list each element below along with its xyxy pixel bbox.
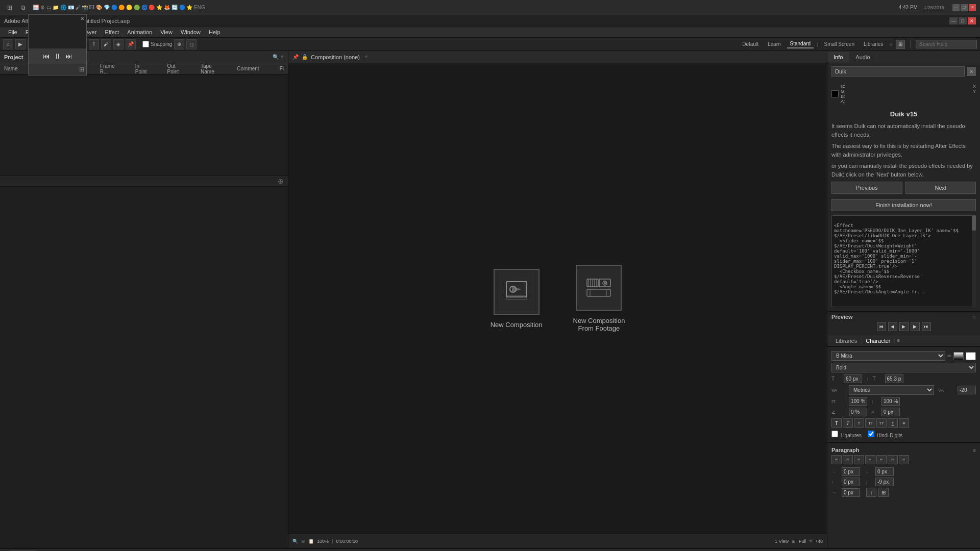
player-close-btn[interactable]: ✕ (80, 16, 84, 21)
windows-start[interactable]: ⊞ (4, 2, 15, 13)
kerning-value-field[interactable] (958, 386, 976, 394)
player-pause-btn[interactable]: ⏸ (54, 52, 61, 60)
comp-lock-icon[interactable]: 🔒 (302, 54, 308, 60)
tab-audio[interactable]: Audio (849, 52, 876, 62)
project-expand-icon[interactable]: ⊕ (278, 177, 284, 185)
tt-italic-btn[interactable]: T (843, 418, 853, 428)
rotation-field[interactable] (849, 408, 867, 416)
preview-first-btn[interactable]: ⏮ (877, 322, 886, 331)
pin-tool[interactable]: 📌 (126, 39, 136, 49)
align-left-btn[interactable]: ≡ (831, 455, 842, 464)
duik-code-area[interactable]: <Effect matchname='PSEUDO/DUIK_One_Layer… (831, 215, 976, 307)
space-before-field[interactable] (842, 478, 860, 486)
workspace-standard[interactable]: Standard (787, 40, 814, 48)
preview-play-btn[interactable]: ▶ (899, 322, 909, 331)
close-btn[interactable]: ✕ (969, 4, 976, 11)
baseline-field[interactable] (881, 408, 900, 416)
scale-v-field[interactable] (881, 397, 900, 406)
home-btn[interactable]: ⌂ (3, 39, 13, 49)
workspace-more-btn[interactable]: » (889, 41, 893, 48)
project-search-icon[interactable]: 🔍 (273, 54, 279, 60)
tab-character[interactable]: Character (862, 337, 895, 345)
lib-char-settings-icon[interactable]: ≡ (897, 338, 900, 343)
duik-search-input[interactable] (831, 66, 965, 77)
workspace-libraries[interactable]: Libraries (861, 40, 886, 48)
snap-icon[interactable]: ⊕ (174, 39, 184, 49)
first-indent-field[interactable] (842, 488, 860, 497)
comp-menu-icon[interactable]: ≡ (365, 54, 368, 60)
font-edit-icon[interactable]: ✏ (947, 353, 951, 359)
tab-info[interactable]: Info (827, 52, 849, 62)
comp-pin-icon[interactable]: 📌 (292, 54, 299, 60)
comp-extra1[interactable]: +48 (815, 539, 823, 544)
menu-effect[interactable]: Effect (101, 28, 123, 36)
text-tool[interactable]: T (89, 39, 99, 49)
app-minimize[interactable]: — (949, 17, 958, 24)
indent-right-field[interactable] (875, 467, 894, 476)
font-color-swatch[interactable] (953, 352, 964, 360)
app-maximize[interactable]: □ (959, 17, 967, 24)
new-comp-from-footage-option[interactable]: New Composition From Footage (573, 265, 625, 332)
leading-field[interactable] (885, 374, 903, 383)
menu-file[interactable]: File (4, 28, 21, 36)
code-scrollbar[interactable] (972, 215, 976, 307)
tt-super-btn[interactable]: TT (876, 418, 887, 428)
preview-settings-icon[interactable]: ≡ (973, 314, 976, 320)
minimize-btn[interactable]: — (952, 4, 960, 11)
workspace-default[interactable]: Default (739, 40, 762, 48)
para-composer-btn[interactable]: ↕ (866, 488, 876, 497)
new-composition-option[interactable]: New Composition (491, 269, 543, 329)
player-next-btn[interactable]: ⏭ (65, 52, 72, 60)
font-family-select[interactable]: B Mitra (831, 351, 945, 361)
comp-magnify-icon[interactable]: 🔍 (292, 539, 298, 544)
player-settings-icon[interactable]: ⊞ (79, 66, 84, 73)
player-prev-btn[interactable]: ⏮ (43, 52, 50, 60)
menu-help[interactable]: Help (205, 28, 225, 36)
workspace-learn[interactable]: Learn (765, 40, 784, 48)
window-controls[interactable]: — □ ✕ (952, 4, 976, 11)
hindi-digits-label[interactable]: Hindi Digits (868, 431, 902, 438)
ligatures-checkbox[interactable] (831, 431, 838, 437)
comp-mode-btn[interactable]: ≡ (809, 539, 812, 544)
search-input[interactable] (916, 40, 977, 48)
tt-strike-btn[interactable]: T (899, 418, 909, 428)
tt-bold-btn[interactable]: T (831, 418, 842, 428)
workspace-small-screen[interactable]: Small Screen (821, 40, 857, 48)
new-comp-icon-box[interactable] (494, 269, 540, 315)
code-scrollbar-thumb[interactable] (972, 215, 976, 231)
preview-next-btn[interactable]: ▶ (911, 322, 920, 331)
taskview-icon[interactable]: ⧉ (17, 2, 29, 13)
tab-libraries[interactable]: Libraries (831, 337, 862, 345)
indent-left-field[interactable] (842, 467, 860, 476)
duik-prev-btn[interactable]: Previous (831, 182, 902, 194)
tt-smallcaps-btn[interactable]: Tr (865, 418, 875, 428)
align-justify-center-btn[interactable]: ≡ (888, 455, 898, 464)
mask-btn[interactable]: ◻ (186, 39, 197, 49)
align-justify-right-btn[interactable]: ≡ (899, 455, 909, 464)
hindi-digits-checkbox[interactable] (868, 431, 874, 437)
scale-h-field[interactable] (849, 397, 867, 406)
menu-view[interactable]: View (156, 28, 177, 36)
align-right-btn[interactable]: ≡ (854, 455, 864, 464)
play-btn[interactable]: ▶ (15, 39, 26, 49)
tt-sub-btn[interactable]: T (888, 418, 898, 428)
paint-tool[interactable]: 🖌 (101, 39, 111, 49)
space-after-field[interactable] (875, 478, 894, 486)
duik-search-close-btn[interactable]: ✕ (967, 67, 976, 76)
snapping-checkbox[interactable] (142, 41, 149, 47)
workspace-settings-icon[interactable]: ⊞ (896, 40, 905, 49)
align-justify-left-btn[interactable]: ≡ (876, 455, 887, 464)
paragraph-settings-icon[interactable]: ≡ (973, 447, 976, 453)
menu-window[interactable]: Window (177, 28, 205, 36)
align-justify-btn[interactable]: ≡ (865, 455, 875, 464)
ligatures-label[interactable]: Ligatures (831, 431, 862, 438)
stamp-tool[interactable]: ◈ (113, 39, 124, 49)
menu-animation[interactable]: Animation (123, 28, 156, 36)
project-menu-icon[interactable]: ≡ (281, 54, 284, 60)
font-size-field[interactable] (844, 374, 862, 383)
align-center-btn[interactable]: ≡ (843, 455, 853, 464)
kerning-method-select[interactable]: Metrics (849, 385, 934, 395)
comp-view-btn[interactable]: ⊞ (792, 539, 796, 544)
duik-install-btn[interactable]: Finish installation now! (831, 199, 976, 211)
tt-allcaps-btn[interactable]: T (854, 418, 864, 428)
